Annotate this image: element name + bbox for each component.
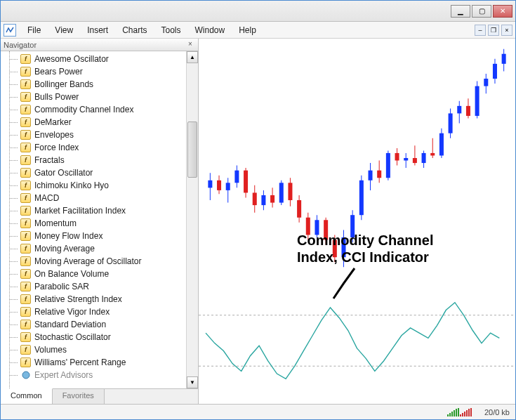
indicator-label: Standard Deviation (34, 320, 106, 329)
app-window: ▁ ▢ ✕ FileViewInsertChartsToolsWindowHel… (0, 0, 516, 420)
indicator-item[interactable]: fRelative Vigor Index (1, 306, 186, 318)
svg-rect-20 (288, 183, 292, 200)
indicator-item[interactable]: fDeMarker (1, 116, 186, 129)
connection-status: 20/0 kb (484, 408, 510, 416)
function-icon: f (20, 332, 31, 342)
indicator-item[interactable]: fWilliams' Percent Range (1, 356, 186, 369)
minimize-button[interactable]: ▁ (451, 5, 470, 18)
function-icon: f (20, 54, 31, 64)
svg-rect-66 (493, 64, 497, 79)
indicator-item[interactable]: fVolumes (1, 343, 186, 356)
indicator-label: Moving Average of Oscillator (34, 256, 142, 266)
indicator-label: Relative Vigor Index (34, 307, 110, 317)
function-icon: f (20, 92, 31, 102)
close-button[interactable]: ✕ (493, 5, 512, 18)
svg-rect-36 (359, 181, 364, 215)
indicator-item[interactable]: fParabolic SAR (1, 280, 186, 293)
function-icon: f (20, 231, 31, 241)
menu-help[interactable]: Help (232, 23, 263, 37)
indicator-item[interactable]: fStandard Deviation (1, 318, 186, 331)
scroll-up-button[interactable]: ▲ (187, 51, 198, 63)
mdi-restore-button[interactable]: ❐ (488, 25, 499, 36)
connection-meter-icon (447, 408, 472, 416)
expert-advisors-item[interactable]: Expert Advisors (1, 369, 186, 381)
svg-rect-16 (270, 195, 274, 203)
menu-file[interactable]: File (20, 23, 48, 37)
svg-rect-58 (457, 106, 461, 114)
indicator-item[interactable]: fOn Balance Volume (1, 268, 186, 280)
svg-rect-62 (475, 86, 479, 116)
app-icon (4, 24, 16, 37)
function-icon: f (20, 269, 31, 279)
indicator-label: Market Facilitation Index (34, 206, 126, 216)
indicator-label: Awesome Oscillator (34, 54, 109, 64)
indicator-label: Williams' Percent Range (34, 357, 126, 367)
indicator-item[interactable]: fEnvelopes (1, 129, 186, 141)
indicator-label: Momentum (34, 218, 77, 228)
indicator-item[interactable]: fMarket Facilitation Index (1, 204, 186, 217)
indicator-label: Commodity Channel Index (34, 105, 133, 114)
indicator-item[interactable]: fGator Oscillator (1, 166, 186, 179)
indicator-label: Relative Strength Index (34, 294, 122, 304)
svg-rect-38 (369, 171, 373, 181)
navigator-scrollbar[interactable]: ▲ ▼ (186, 51, 198, 388)
navigator-titlebar: Navigator × (1, 39, 198, 51)
tab-favorites[interactable]: Favorites (53, 389, 105, 404)
indicator-item[interactable]: fIchimoku Kinko Hyo (1, 179, 186, 192)
scroll-thumb[interactable] (187, 122, 197, 178)
indicator-item[interactable]: fBulls Power (1, 91, 186, 103)
indicator-label: MACD (34, 193, 59, 203)
function-icon: f (20, 181, 31, 190)
indicator-label: Money Flow Index (34, 231, 102, 241)
svg-rect-2 (208, 181, 212, 188)
function-icon: f (20, 357, 31, 367)
indicator-label: Parabolic SAR (34, 282, 89, 291)
svg-rect-50 (422, 153, 426, 163)
indicator-item[interactable]: fRelative Strength Index (1, 293, 186, 306)
indicator-label: On Balance Volume (34, 269, 109, 279)
indicator-item[interactable]: fCommodity Channel Index (1, 103, 186, 116)
function-icon: f (20, 168, 31, 178)
indicator-item[interactable]: fMACD (1, 192, 186, 204)
indicator-label: Volumes (34, 345, 67, 355)
function-icon: f (20, 294, 31, 304)
menu-charts[interactable]: Charts (115, 23, 154, 37)
indicator-item[interactable]: fBollinger Bands (1, 78, 186, 91)
indicator-item[interactable]: fMoving Average (1, 242, 186, 255)
function-icon: f (20, 218, 31, 228)
indicator-label: Bears Power (34, 67, 83, 77)
navigator-close-button[interactable]: × (185, 40, 195, 50)
menu-view[interactable]: View (48, 23, 80, 37)
indicator-item[interactable]: fAwesome Oscillator (1, 53, 186, 65)
chart-area[interactable]: Commodity Channel Index, CCI Indicator (199, 39, 515, 404)
indicator-item[interactable]: fMoving Average of Oscillator (1, 255, 186, 268)
scroll-down-button[interactable]: ▼ (187, 376, 198, 388)
indicator-item[interactable]: fMoney Flow Index (1, 230, 186, 242)
svg-rect-52 (430, 153, 435, 156)
indicator-label: Fractals (34, 155, 65, 165)
menu-insert[interactable]: Insert (80, 23, 115, 37)
indicator-item[interactable]: fBears Power (1, 65, 186, 78)
function-icon: f (20, 345, 31, 355)
menu-window[interactable]: Window (188, 23, 232, 37)
indicator-label: Bulls Power (34, 92, 79, 102)
indicator-item[interactable]: fForce Index (1, 141, 186, 154)
indicator-item[interactable]: fStochastic Oscillator (1, 331, 186, 343)
tab-common[interactable]: Common (1, 388, 53, 404)
indicator-item[interactable]: fFractals (1, 154, 186, 166)
menu-tools[interactable]: Tools (154, 23, 188, 37)
titlebar: ▁ ▢ ✕ (1, 1, 515, 22)
mdi-minimize-button[interactable]: – (475, 25, 486, 36)
function-icon: f (20, 143, 31, 152)
function-icon: f (20, 105, 31, 114)
svg-rect-8 (234, 171, 239, 183)
svg-rect-18 (279, 183, 284, 202)
indicator-item[interactable]: fMomentum (1, 217, 186, 230)
mdi-close-button[interactable]: × (501, 25, 512, 36)
svg-rect-56 (449, 113, 453, 133)
expert-icon (20, 370, 31, 380)
annotation-line2: Index, CCI Indicator (297, 249, 429, 265)
function-icon: f (20, 282, 31, 291)
maximize-button[interactable]: ▢ (472, 5, 491, 18)
navigator-tree[interactable]: fAwesome OscillatorfBears PowerfBollinge… (1, 51, 186, 388)
